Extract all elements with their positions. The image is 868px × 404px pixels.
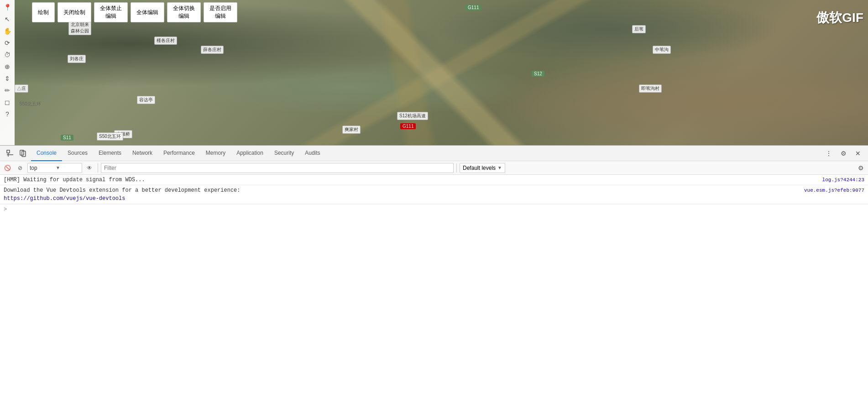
- road-label-hou-wei: 后苇: [632, 25, 646, 33]
- map-tool-edit[interactable]: ✏: [1, 85, 14, 96]
- tab-console[interactable]: Console: [31, 146, 62, 161]
- road-label-airport-highway: S12机场高速: [397, 112, 428, 120]
- map-watermark: 傲软GIF: [816, 9, 863, 26]
- devtools-header-right: ⋮ ⚙ ✕: [822, 147, 864, 160]
- close-draw-button[interactable]: 关闭绘制: [58, 2, 91, 22]
- console-prompt-input[interactable]: [10, 206, 864, 213]
- context-arrow: ▼: [56, 165, 80, 170]
- map-tool-help[interactable]: ?: [1, 109, 14, 120]
- map-tool-location[interactable]: 📍: [1, 2, 14, 13]
- tab-application[interactable]: Application: [231, 146, 269, 161]
- road-label-forest-park: 北京朝来森林公园: [68, 21, 91, 35]
- console-prompt-arrow: >: [4, 205, 7, 214]
- toggle-enable-button[interactable]: 是否启用编辑: [204, 2, 237, 22]
- road-label-s50-1: S50北五环: [17, 100, 43, 108]
- road-label-s11-green: S11: [61, 135, 73, 141]
- vue-devtools-link[interactable]: https://github.com/vuejs/vue-devtools: [4, 195, 125, 202]
- console-filter-button[interactable]: ⊘: [15, 163, 26, 173]
- console-line-devtools-source[interactable]: vue.esm.js?efeb:9077: [804, 186, 864, 194]
- clear-console-button[interactable]: 🚫: [2, 163, 13, 173]
- devtools-panel: Console Sources Elements Network Perform…: [0, 145, 868, 404]
- context-selector[interactable]: top ▼: [27, 163, 82, 173]
- context-value: top: [30, 165, 54, 171]
- map-tool-rotate[interactable]: ⟳: [1, 37, 14, 48]
- show-network-messages-button[interactable]: 👁: [84, 163, 95, 173]
- console-line-hmr: [HMR] Waiting for update signal from WDS…: [0, 175, 868, 185]
- map-tool-pointer[interactable]: ↖: [1, 14, 14, 25]
- levels-arrow: ▼: [497, 165, 502, 170]
- svg-rect-0: [7, 150, 10, 153]
- toolbar-divider-2: [456, 163, 457, 173]
- road-label-s12-green: S12: [532, 71, 544, 77]
- close-devtools-button[interactable]: ✕: [852, 147, 864, 160]
- map-tool-erase[interactable]: ◻: [1, 97, 14, 108]
- road-label-zhong-wei-gou: 中苇沟: [653, 46, 671, 54]
- console-line-devtools-text: Download the Vue Devtools extension for …: [4, 186, 800, 203]
- tab-network[interactable]: Network: [127, 146, 158, 161]
- console-prompt: >: [0, 204, 868, 215]
- filter-input[interactable]: [101, 163, 454, 173]
- road-label-jin-ge-zhuang: 槿各庄村: [154, 37, 177, 45]
- tab-security[interactable]: Security: [269, 146, 299, 161]
- console-settings-button[interactable]: ⚙: [855, 163, 866, 173]
- tab-audits[interactable]: Audits: [299, 146, 325, 161]
- map-canvas: 📍 ↖ ✋ ⟳ ⏱ ⊕ ⇕ ✏ ◻ ? 绘制 关闭绘制 全体禁止编辑 全体编辑 …: [0, 0, 868, 145]
- console-output: [HMR] Waiting for update signal from WDS…: [0, 175, 868, 404]
- devtools-header: Console Sources Elements Network Perform…: [0, 146, 868, 161]
- levels-label: Default levels: [463, 165, 496, 171]
- road-label-g111-green: G111: [465, 5, 481, 10]
- console-line-hmr-source[interactable]: log.js?4244:23: [822, 176, 864, 184]
- tab-performance[interactable]: Performance: [158, 146, 200, 161]
- console-line-hmr-text: [HMR] Waiting for update signal from WDS…: [4, 176, 819, 184]
- more-tools-button[interactable]: ⋮: [822, 147, 835, 160]
- map-tool-clock[interactable]: ⏱: [1, 49, 14, 60]
- levels-selector[interactable]: Default levels ▼: [460, 163, 505, 173]
- map-tool-scale[interactable]: ⇕: [1, 73, 14, 84]
- road-label-liu-ge-zhuang: 刘各庄: [68, 55, 86, 63]
- map-toolbar-top: 绘制 关闭绘制 全体禁止编辑 全体编辑 全体切换编辑 是否启用编辑: [32, 2, 237, 22]
- map-tool-pan[interactable]: ✋: [1, 26, 14, 37]
- road-label-rong-da-ting: 容达亭: [137, 96, 155, 104]
- tab-sources[interactable]: Sources: [62, 146, 93, 161]
- road-label-shuang-jia-village: 爽家村: [342, 126, 361, 134]
- console-line-devtools: Download the Vue Devtools extension for …: [0, 185, 868, 204]
- map-tool-move[interactable]: ⊕: [1, 61, 14, 72]
- tab-memory[interactable]: Memory: [200, 146, 231, 161]
- enable-all-edit-button[interactable]: 全体编辑: [131, 2, 164, 22]
- tab-elements[interactable]: Elements: [93, 146, 127, 161]
- map-left-toolbar: 📍 ↖ ✋ ⟳ ⏱ ⊕ ⇕ ✏ ◻ ?: [0, 0, 15, 145]
- inspect-element-button[interactable]: [4, 147, 16, 160]
- road-label-xue-ge-zhuang: 薛各庄村: [201, 46, 224, 54]
- settings-button[interactable]: ⚙: [837, 147, 850, 160]
- road-label-s50-2: S50北五环: [97, 132, 123, 141]
- toolbar-divider-1: [98, 163, 98, 173]
- road-label-ji-wei-gou: 即苇沟村: [639, 84, 662, 93]
- map-area: 📍 ↖ ✋ ⟳ ⏱ ⊕ ⇕ ✏ ◻ ? 绘制 关闭绘制 全体禁止编辑 全体编辑 …: [0, 0, 868, 145]
- toggle-all-edit-button[interactable]: 全体切换编辑: [167, 2, 201, 22]
- road-label-g111-red: G111: [400, 123, 416, 129]
- devtools-toolbar: 🚫 ⊘ top ▼ 👁 Default levels ▼ ⚙: [0, 161, 868, 175]
- device-toolbar-button[interactable]: [16, 147, 29, 160]
- draw-button[interactable]: 绘制: [32, 2, 55, 22]
- devtools-tabs: Console Sources Elements Network Perform…: [31, 146, 822, 161]
- road-label-san-zhuang: △庄: [15, 84, 28, 93]
- disable-all-edit-button[interactable]: 全体禁止编辑: [94, 2, 128, 22]
